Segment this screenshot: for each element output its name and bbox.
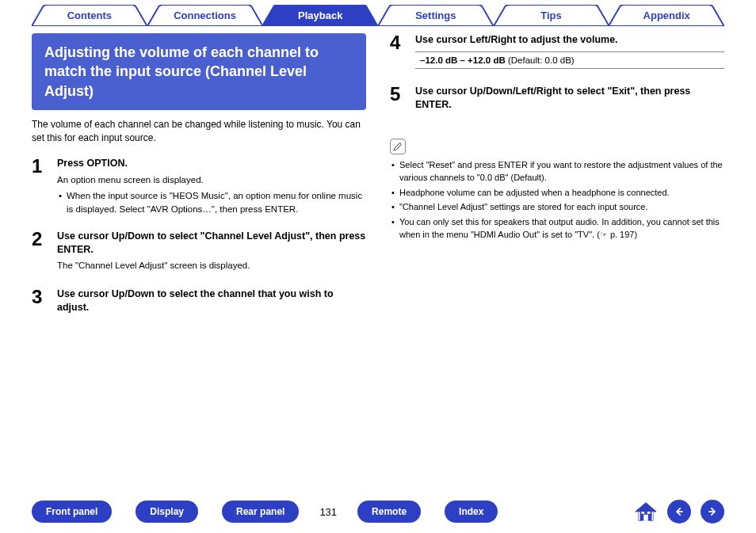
step-number: 4: [390, 33, 407, 72]
tab-appendix[interactable]: Appendix: [609, 5, 724, 26]
tab-contents[interactable]: Contents: [32, 5, 147, 26]
step-heading: Press OPTION.: [57, 157, 366, 170]
page-number: 131: [315, 506, 342, 518]
step-number: 2: [32, 230, 49, 276]
step-heading: Use cursor Up/Down to select "Channel Le…: [57, 230, 366, 257]
rear-panel-button[interactable]: Rear panel: [222, 501, 299, 523]
note-item: You can only set this for speakers that …: [390, 216, 724, 242]
step-4: 4Use cursor Left/Right to adjust the vol…: [390, 33, 724, 72]
step-1: 1Press OPTION.An option menu screen is d…: [32, 157, 366, 216]
svg-rect-4: [647, 512, 651, 514]
tab-tips[interactable]: Tips: [494, 5, 609, 26]
bottom-bar: Front panel Display Rear panel 131 Remot…: [0, 500, 756, 523]
step-heading: Use cursor Up/Down/Left/Right to select …: [415, 85, 724, 112]
nav-icons: [634, 500, 724, 523]
section-title: Adjusting the volume of each channel to …: [32, 33, 366, 110]
notes-list: Select "Reset" and press ENTER if you wa…: [390, 159, 724, 242]
tab-settings[interactable]: Settings: [378, 5, 494, 26]
svg-rect-2: [643, 515, 648, 521]
note-icon: [390, 139, 406, 154]
right-column: 4Use cursor Left/Right to adjust the vol…: [390, 33, 724, 330]
next-page-icon[interactable]: [701, 500, 724, 523]
step-3: 3Use cursor Up/Down to select the channe…: [32, 287, 366, 318]
step-heading: Use cursor Up/Down to select the channel…: [57, 287, 366, 314]
index-button[interactable]: Index: [445, 501, 498, 523]
step-subtext: The "Channel Level Adjust" screen is dis…: [57, 259, 366, 272]
step-bullet: When the input source is "HEOS Music", a…: [57, 189, 366, 215]
step-5: 5Use cursor Up/Down/Left/Right to select…: [390, 85, 724, 115]
svg-rect-3: [641, 512, 644, 514]
step-number: 1: [32, 157, 49, 216]
range-box: –12.0 dB – +12.0 dB (Default: 0.0 dB): [415, 51, 724, 69]
display-button[interactable]: Display: [136, 501, 198, 523]
home-icon[interactable]: [634, 500, 658, 523]
bottom-mid-group: Remote Index: [357, 501, 498, 523]
left-column: Adjusting the volume of each channel to …: [32, 33, 366, 330]
step-subtext: An option menu screen is displayed.: [57, 173, 366, 186]
step-2: 2Use cursor Up/Down to select "Channel L…: [32, 230, 366, 276]
intro-text: The volume of each channel can be change…: [32, 118, 366, 145]
front-panel-button[interactable]: Front panel: [32, 501, 112, 523]
page-body: Adjusting the volume of each channel to …: [0, 30, 756, 330]
step-number: 3: [32, 287, 49, 318]
step-heading: Use cursor Left/Right to adjust the volu…: [415, 33, 724, 47]
tab-playback[interactable]: Playback: [262, 5, 378, 26]
step-number: 5: [390, 85, 407, 115]
top-tabbar: ContentsConnectionsPlaybackSettingsTipsA…: [0, 0, 756, 30]
note-item: "Channel Level Adjust" settings are stor…: [390, 201, 724, 214]
note-item: Select "Reset" and press ENTER if you wa…: [390, 159, 724, 185]
step-bullets: When the input source is "HEOS Music", a…: [57, 189, 366, 215]
tab-connections[interactable]: Connections: [147, 5, 263, 26]
prev-page-icon[interactable]: [667, 500, 691, 523]
note-item: Headphone volume can be adjusted when a …: [390, 187, 724, 200]
bottom-left-group: Front panel Display Rear panel: [32, 501, 299, 523]
remote-button[interactable]: Remote: [357, 501, 421, 523]
